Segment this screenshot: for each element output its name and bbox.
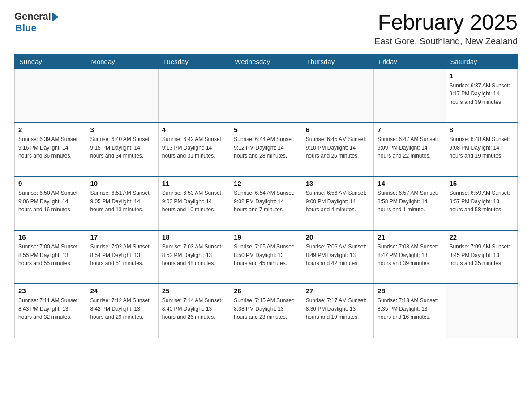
day-header-monday: Monday bbox=[86, 54, 158, 69]
calendar-cell bbox=[86, 69, 158, 123]
calendar-cell bbox=[15, 69, 86, 123]
day-number: 23 bbox=[18, 287, 82, 295]
day-info: Sunrise: 6:40 AM Sunset: 9:15 PM Dayligh… bbox=[90, 135, 154, 160]
calendar-cell: 2Sunrise: 6:39 AM Sunset: 9:16 PM Daylig… bbox=[15, 123, 86, 176]
calendar-cell: 26Sunrise: 7:15 AM Sunset: 8:38 PM Dayli… bbox=[230, 284, 302, 338]
logo-top: General bbox=[14, 11, 59, 22]
day-header-tuesday: Tuesday bbox=[158, 54, 230, 69]
day-number: 22 bbox=[450, 233, 514, 241]
logo-arrow-icon bbox=[52, 13, 59, 21]
day-info: Sunrise: 6:59 AM Sunset: 8:57 PM Dayligh… bbox=[450, 189, 514, 214]
day-info: Sunrise: 7:00 AM Sunset: 8:55 PM Dayligh… bbox=[18, 243, 82, 268]
day-number: 3 bbox=[90, 126, 154, 133]
calendar-cell: 14Sunrise: 6:57 AM Sunset: 8:58 PM Dayli… bbox=[374, 176, 446, 230]
day-info: Sunrise: 6:51 AM Sunset: 9:05 PM Dayligh… bbox=[90, 189, 154, 214]
calendar-cell: 24Sunrise: 7:12 AM Sunset: 8:42 PM Dayli… bbox=[86, 284, 158, 338]
calendar-cell bbox=[230, 69, 302, 123]
day-number: 21 bbox=[378, 233, 442, 241]
day-number: 7 bbox=[378, 126, 442, 133]
calendar-cell: 25Sunrise: 7:14 AM Sunset: 8:40 PM Dayli… bbox=[158, 284, 230, 338]
calendar-cell: 5Sunrise: 6:44 AM Sunset: 9:12 PM Daylig… bbox=[230, 123, 302, 176]
week-row-2: 2Sunrise: 6:39 AM Sunset: 9:16 PM Daylig… bbox=[15, 123, 518, 176]
logo-general-text: General bbox=[14, 11, 51, 22]
day-info: Sunrise: 6:37 AM Sunset: 9:17 PM Dayligh… bbox=[450, 81, 514, 107]
calendar-cell: 27Sunrise: 7:17 AM Sunset: 8:36 PM Dayli… bbox=[302, 284, 373, 338]
day-header-thursday: Thursday bbox=[302, 54, 373, 69]
day-info: Sunrise: 6:47 AM Sunset: 9:09 PM Dayligh… bbox=[378, 135, 442, 160]
day-number: 1 bbox=[450, 72, 514, 80]
day-number: 12 bbox=[234, 180, 298, 187]
day-info: Sunrise: 7:18 AM Sunset: 8:35 PM Dayligh… bbox=[378, 296, 442, 321]
calendar-cell bbox=[446, 284, 517, 338]
calendar-cell: 16Sunrise: 7:00 AM Sunset: 8:55 PM Dayli… bbox=[15, 230, 86, 284]
day-info: Sunrise: 6:50 AM Sunset: 9:06 PM Dayligh… bbox=[18, 189, 82, 214]
day-number: 15 bbox=[450, 180, 514, 187]
logo-blue-text: Blue bbox=[15, 22, 37, 34]
day-number: 6 bbox=[306, 126, 370, 133]
day-info: Sunrise: 7:15 AM Sunset: 8:38 PM Dayligh… bbox=[234, 296, 298, 321]
day-number: 10 bbox=[90, 180, 154, 187]
calendar-cell: 9Sunrise: 6:50 AM Sunset: 9:06 PM Daylig… bbox=[15, 176, 86, 230]
day-number: 18 bbox=[162, 233, 226, 241]
week-row-1: 1Sunrise: 6:37 AM Sunset: 9:17 PM Daylig… bbox=[15, 69, 518, 123]
calendar-cell: 8Sunrise: 6:48 AM Sunset: 9:08 PM Daylig… bbox=[446, 123, 517, 176]
week-row-5: 23Sunrise: 7:11 AM Sunset: 8:43 PM Dayli… bbox=[15, 284, 518, 338]
logo: General Blue bbox=[14, 11, 59, 34]
day-info: Sunrise: 6:57 AM Sunset: 8:58 PM Dayligh… bbox=[378, 189, 442, 214]
page-header: General Blue February 2025 East Gore, So… bbox=[14, 11, 518, 47]
day-info: Sunrise: 7:11 AM Sunset: 8:43 PM Dayligh… bbox=[18, 296, 82, 321]
calendar-cell: 3Sunrise: 6:40 AM Sunset: 9:15 PM Daylig… bbox=[86, 123, 158, 176]
header-row: SundayMondayTuesdayWednesdayThursdayFrid… bbox=[15, 54, 518, 69]
calendar-table: SundayMondayTuesdayWednesdayThursdayFrid… bbox=[14, 54, 518, 338]
subtitle: East Gore, Southland, New Zealand bbox=[374, 36, 518, 47]
day-info: Sunrise: 7:03 AM Sunset: 8:52 PM Dayligh… bbox=[162, 243, 226, 268]
calendar-cell: 13Sunrise: 6:56 AM Sunset: 9:00 PM Dayli… bbox=[302, 176, 373, 230]
day-header-saturday: Saturday bbox=[446, 54, 517, 69]
day-info: Sunrise: 7:09 AM Sunset: 8:45 PM Dayligh… bbox=[450, 243, 514, 268]
day-number: 11 bbox=[162, 180, 226, 187]
day-info: Sunrise: 6:48 AM Sunset: 9:08 PM Dayligh… bbox=[450, 135, 514, 160]
calendar-cell: 11Sunrise: 6:53 AM Sunset: 9:03 PM Dayli… bbox=[158, 176, 230, 230]
calendar-cell: 10Sunrise: 6:51 AM Sunset: 9:05 PM Dayli… bbox=[86, 176, 158, 230]
day-info: Sunrise: 6:44 AM Sunset: 9:12 PM Dayligh… bbox=[234, 135, 298, 160]
day-info: Sunrise: 7:06 AM Sunset: 8:49 PM Dayligh… bbox=[306, 243, 370, 268]
calendar-cell: 12Sunrise: 6:54 AM Sunset: 9:02 PM Dayli… bbox=[230, 176, 302, 230]
day-info: Sunrise: 6:42 AM Sunset: 9:13 PM Dayligh… bbox=[162, 135, 226, 160]
day-info: Sunrise: 7:12 AM Sunset: 8:42 PM Dayligh… bbox=[90, 296, 154, 321]
day-info: Sunrise: 6:39 AM Sunset: 9:16 PM Dayligh… bbox=[18, 135, 82, 160]
day-number: 19 bbox=[234, 233, 298, 241]
day-number: 24 bbox=[90, 287, 154, 295]
calendar-cell: 19Sunrise: 7:05 AM Sunset: 8:50 PM Dayli… bbox=[230, 230, 302, 284]
day-info: Sunrise: 7:05 AM Sunset: 8:50 PM Dayligh… bbox=[234, 243, 298, 268]
day-number: 20 bbox=[306, 233, 370, 241]
day-number: 16 bbox=[18, 233, 82, 241]
day-number: 9 bbox=[18, 180, 82, 187]
main-title: February 2025 bbox=[374, 11, 518, 34]
calendar-cell: 15Sunrise: 6:59 AM Sunset: 8:57 PM Dayli… bbox=[446, 176, 517, 230]
day-number: 27 bbox=[306, 287, 370, 295]
day-number: 2 bbox=[18, 126, 82, 133]
calendar-cell: 23Sunrise: 7:11 AM Sunset: 8:43 PM Dayli… bbox=[15, 284, 86, 338]
week-row-3: 9Sunrise: 6:50 AM Sunset: 9:06 PM Daylig… bbox=[15, 176, 518, 230]
day-header-friday: Friday bbox=[374, 54, 446, 69]
day-info: Sunrise: 7:02 AM Sunset: 8:54 PM Dayligh… bbox=[90, 243, 154, 268]
calendar-cell bbox=[374, 69, 446, 123]
title-section: February 2025 East Gore, Southland, New … bbox=[374, 11, 518, 47]
calendar-cell bbox=[302, 69, 373, 123]
day-info: Sunrise: 7:14 AM Sunset: 8:40 PM Dayligh… bbox=[162, 296, 226, 321]
day-number: 13 bbox=[306, 180, 370, 187]
day-number: 8 bbox=[450, 126, 514, 133]
day-header-wednesday: Wednesday bbox=[230, 54, 302, 69]
calendar-cell: 28Sunrise: 7:18 AM Sunset: 8:35 PM Dayli… bbox=[374, 284, 446, 338]
day-info: Sunrise: 6:45 AM Sunset: 9:10 PM Dayligh… bbox=[306, 135, 370, 160]
calendar-cell: 21Sunrise: 7:08 AM Sunset: 8:47 PM Dayli… bbox=[374, 230, 446, 284]
day-info: Sunrise: 6:53 AM Sunset: 9:03 PM Dayligh… bbox=[162, 189, 226, 214]
day-info: Sunrise: 6:54 AM Sunset: 9:02 PM Dayligh… bbox=[234, 189, 298, 214]
day-info: Sunrise: 7:17 AM Sunset: 8:36 PM Dayligh… bbox=[306, 296, 370, 321]
day-header-sunday: Sunday bbox=[15, 54, 86, 69]
day-number: 4 bbox=[162, 126, 226, 133]
calendar-cell bbox=[158, 69, 230, 123]
calendar-cell: 1Sunrise: 6:37 AM Sunset: 9:17 PM Daylig… bbox=[446, 69, 517, 123]
calendar-cell: 6Sunrise: 6:45 AM Sunset: 9:10 PM Daylig… bbox=[302, 123, 373, 176]
day-number: 28 bbox=[378, 287, 442, 295]
